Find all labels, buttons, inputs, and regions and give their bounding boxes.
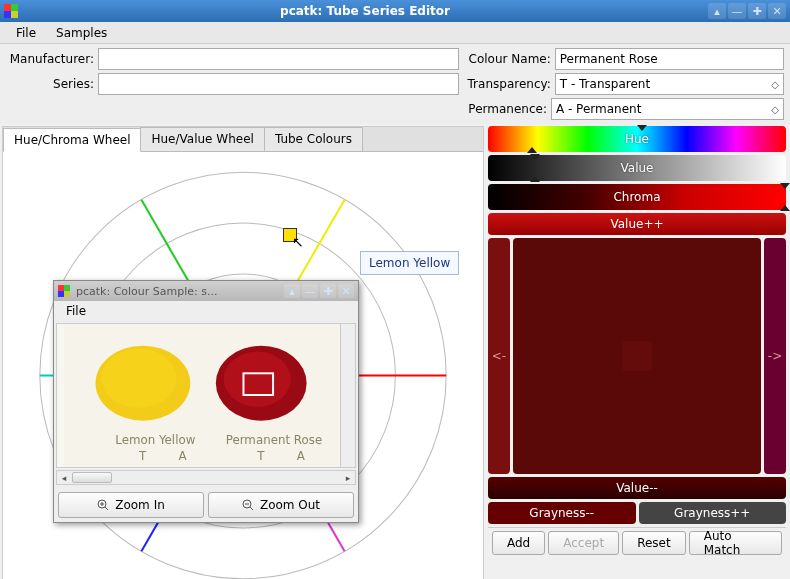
sample-titlebar[interactable]: pcatk: Colour Sample: s... ▴ — ✚ ✕ (54, 281, 358, 301)
svg-rect-17 (64, 291, 70, 297)
svg-text:T: T (138, 449, 147, 463)
value-minus-button[interactable]: Value-- (488, 477, 786, 499)
close-button[interactable]: ✕ (768, 3, 786, 19)
hue-right-button[interactable]: -> (764, 238, 786, 474)
series-label: Series: (6, 77, 98, 91)
app-icon (4, 4, 18, 18)
transparency-select[interactable]: T - Transparent ◇ (555, 73, 784, 95)
chroma-label: Chroma (613, 190, 660, 204)
form-area: Manufacturer: Colour Name: Series: Trans… (0, 44, 790, 124)
window-titlebar: pcatk: Tube Series Editor ▴ — ✚ ✕ (0, 0, 790, 22)
footer-buttons: Add Accept Reset Auto Match (488, 527, 786, 558)
sample-window-title: pcatk: Colour Sample: s... (76, 285, 282, 298)
menubar: File Samples (0, 22, 790, 44)
chevron-down-icon: ◇ (771, 104, 779, 115)
add-button[interactable]: Add (492, 531, 545, 555)
zoom-out-icon (242, 499, 254, 511)
sample-menu-file[interactable]: File (60, 302, 92, 320)
svg-point-20 (101, 349, 176, 408)
left-panel: Hue/Chroma Wheel Hue/Value Wheel Tube Co… (2, 126, 484, 579)
chroma-slider[interactable]: Chroma (488, 184, 786, 210)
chroma-slider-marker-b[interactable] (780, 205, 790, 211)
value-slider-marker-b[interactable] (530, 176, 540, 182)
zoom-out-button[interactable]: Zoom Out (208, 492, 354, 518)
zoom-in-icon (97, 499, 109, 511)
maximize-button[interactable]: ✚ (748, 3, 766, 19)
svg-text:Lemon Yellow: Lemon Yellow (115, 433, 195, 447)
chevron-down-icon: ◇ (771, 79, 779, 90)
tab-hue-chroma[interactable]: Hue/Chroma Wheel (3, 128, 141, 152)
sample-image-svg: Lemon Yellow Permanent Rose T A T A (57, 324, 355, 467)
tabs: Hue/Chroma Wheel Hue/Value Wheel Tube Co… (3, 127, 483, 152)
tab-hue-value[interactable]: Hue/Value Wheel (140, 127, 264, 151)
svg-rect-1 (11, 4, 18, 11)
permanence-value: A - Permanent (556, 102, 641, 116)
manufacturer-label: Manufacturer: (6, 52, 98, 66)
sample-maximize-button[interactable]: ✚ (320, 284, 336, 298)
value-label: Value (621, 161, 654, 175)
tab-tube-colours[interactable]: Tube Colours (264, 127, 363, 151)
permanence-select[interactable]: A - Permanent ◇ (551, 98, 784, 120)
zoom-out-label: Zoom Out (260, 498, 320, 512)
accept-button[interactable]: Accept (548, 531, 619, 555)
colour-sample-window[interactable]: pcatk: Colour Sample: s... ▴ — ✚ ✕ File (53, 280, 359, 523)
transparency-value: T - Transparent (560, 77, 650, 91)
hue-slider-marker-b[interactable] (527, 147, 537, 153)
svg-text:T: T (256, 449, 265, 463)
window-title: pcatk: Tube Series Editor (24, 4, 706, 18)
colour-name-input[interactable] (555, 48, 784, 70)
swatch-inner (622, 341, 652, 371)
scroll-left-icon[interactable]: ◂ (57, 471, 71, 484)
sample-image[interactable]: Lemon Yellow Permanent Rose T A T A (56, 323, 356, 468)
minimize-button[interactable]: — (728, 3, 746, 19)
hue-chroma-wheel[interactable]: ↖ Lemon Yellow pcatk: Colour Sample: s..… (3, 152, 483, 579)
value-plus-button[interactable]: Value++ (488, 213, 786, 235)
svg-text:Permanent Rose: Permanent Rose (226, 433, 322, 447)
colour-swatch[interactable] (513, 238, 761, 474)
manufacturer-input[interactable] (98, 48, 459, 70)
cursor-icon: ↖ (292, 234, 304, 250)
grayness-plus-button[interactable]: Grayness++ (639, 502, 787, 524)
sample-minimize-button[interactable]: — (302, 284, 318, 298)
hue-left-button[interactable]: <- (488, 238, 510, 474)
value-slider-marker[interactable] (530, 154, 540, 160)
menu-samples[interactable]: Samples (46, 24, 117, 42)
colour-name-label: Colour Name: (459, 52, 555, 66)
reset-button[interactable]: Reset (622, 531, 686, 555)
zoom-in-button[interactable]: Zoom In (58, 492, 204, 518)
svg-line-35 (250, 507, 253, 510)
menu-file[interactable]: File (6, 24, 46, 42)
hue-slider[interactable]: Hue (488, 126, 786, 152)
rollup-button[interactable]: ▴ (708, 3, 726, 19)
wheel-tooltip: Lemon Yellow (360, 251, 459, 275)
sample-rollup-button[interactable]: ▴ (284, 284, 300, 298)
svg-text:A: A (178, 449, 186, 463)
svg-rect-3 (11, 11, 18, 18)
permanence-label: Permanence: (455, 102, 551, 116)
svg-rect-0 (4, 4, 11, 11)
right-panel: Hue Value Chroma Value++ <- -> Value-- G… (486, 124, 790, 579)
transparency-label: Transparency: (459, 77, 555, 91)
svg-text:A: A (297, 449, 305, 463)
svg-rect-15 (64, 285, 70, 291)
sample-menubar: File (54, 301, 358, 321)
svg-point-22 (224, 352, 291, 407)
app-icon (58, 285, 70, 297)
series-input[interactable] (98, 73, 459, 95)
sample-scrollbar-vertical[interactable] (340, 324, 355, 467)
zoom-in-label: Zoom In (115, 498, 165, 512)
svg-rect-16 (58, 291, 64, 297)
hue-label: Hue (625, 132, 649, 146)
grayness-minus-button[interactable]: Grayness-- (488, 502, 636, 524)
svg-rect-2 (4, 11, 11, 18)
chroma-slider-marker-t[interactable] (780, 183, 790, 189)
sample-scrollbar-horizontal[interactable]: ◂ ▸ (56, 470, 356, 486)
svg-line-31 (105, 507, 108, 510)
hue-slider-marker[interactable] (637, 125, 647, 131)
auto-match-button[interactable]: Auto Match (689, 531, 782, 555)
sample-close-button[interactable]: ✕ (338, 284, 354, 298)
value-slider[interactable]: Value (488, 155, 786, 181)
svg-rect-14 (58, 285, 64, 291)
scroll-right-icon[interactable]: ▸ (341, 471, 355, 484)
scroll-thumb[interactable] (72, 472, 112, 483)
